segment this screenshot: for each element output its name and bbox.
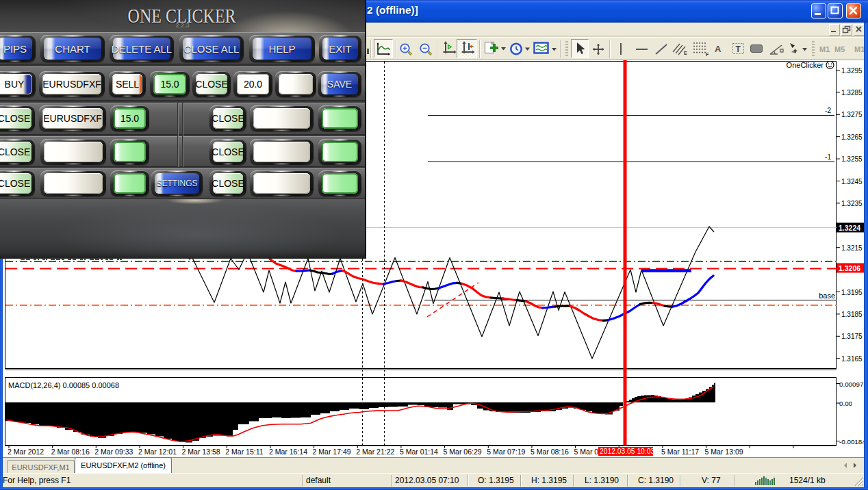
svg-text:0.00097: 0.00097	[839, 381, 863, 388]
svg-text:2012.03.05 10:03: 2012.03.05 10:03	[600, 448, 654, 455]
svg-text:2 Mar 09:33: 2 Mar 09:33	[94, 448, 133, 456]
svg-text:MACD(12,26,4) 0.00085 0.00068: MACD(12,26,4) 0.00085 0.00068	[8, 381, 119, 389]
svg-text:2 Mar 17:49: 2 Mar 17:49	[313, 448, 351, 456]
svg-text:5 Mar 08:16: 5 Mar 08:16	[531, 448, 569, 456]
svg-text:5 Mar 06:29: 5 Mar 06:29	[444, 448, 482, 456]
svg-text:5 Mar 11:17: 5 Mar 11:17	[661, 448, 699, 456]
svg-text:E: E	[684, 51, 687, 55]
svg-text:2 Mar 2012: 2 Mar 2012	[8, 448, 44, 456]
svg-text:1.3224: 1.3224	[839, 224, 860, 232]
svg-text:OneClicker: OneClicker	[787, 61, 824, 69]
svg-text:base: base	[819, 292, 835, 300]
svg-text:1.3255: 1.3255	[841, 155, 863, 163]
svg-text:1.3285: 1.3285	[841, 89, 863, 96]
svg-text:1.3265: 1.3265	[841, 133, 863, 141]
svg-text:T: T	[736, 44, 741, 54]
svg-text:1.3275: 1.3275	[841, 111, 863, 118]
svg-text:-2: -2	[825, 107, 831, 114]
svg-text:A: A	[715, 44, 722, 54]
svg-text:-1: -1	[825, 153, 831, 161]
svg-text:5 Mar 01:14: 5 Mar 01:14	[400, 448, 438, 456]
svg-text:1.3206: 1.3206	[839, 264, 860, 272]
svg-text:-0.00184: -0.00184	[839, 438, 866, 446]
svg-text:5 Mar 07:19: 5 Mar 07:19	[487, 448, 525, 456]
svg-text:2 Mar 16:14: 2 Mar 16:14	[269, 448, 307, 456]
svg-text:0.00: 0.00	[839, 400, 853, 407]
svg-text:1.3235: 1.3235	[841, 200, 863, 207]
svg-text:1.3295: 1.3295	[841, 67, 863, 75]
svg-text:2 Mar 12:01: 2 Mar 12:01	[138, 448, 177, 456]
svg-text:1.3195: 1.3195	[841, 289, 863, 296]
svg-text:5 Mar 13:09: 5 Mar 13:09	[705, 448, 743, 456]
svg-text:1.3215: 1.3215	[841, 244, 863, 252]
svg-text:1.3175: 1.3175	[841, 333, 863, 340]
svg-text:2 Mar 13:58: 2 Mar 13:58	[182, 448, 220, 456]
svg-text:F: F	[706, 52, 709, 57]
svg-text:1.3185: 1.3185	[841, 311, 863, 318]
svg-text:2 Mar 21:22: 2 Mar 21:22	[356, 448, 394, 456]
svg-text:2 Mar 15:11: 2 Mar 15:11	[225, 448, 263, 456]
svg-text:1.3245: 1.3245	[841, 178, 863, 185]
svg-text:2 Mar 08:16: 2 Mar 08:16	[51, 448, 90, 456]
svg-text:1.3165: 1.3165	[841, 355, 863, 363]
